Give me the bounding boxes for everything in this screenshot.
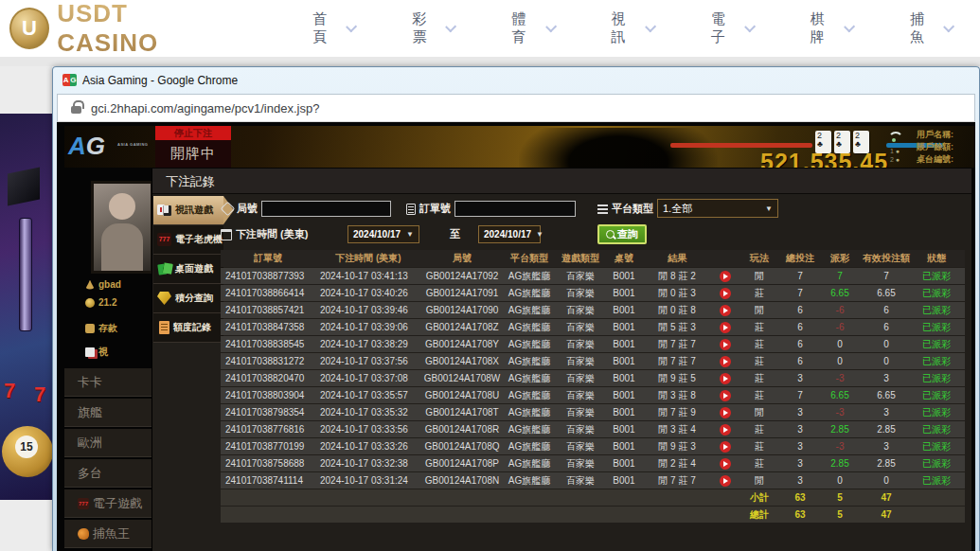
total-cell-method: 總計 xyxy=(739,508,779,522)
promo-banner-image: 7 7 15 xyxy=(0,114,52,500)
vid-cards-icon xyxy=(157,204,171,217)
cell-method: 莊 xyxy=(739,389,779,402)
cell-table: B001 xyxy=(605,407,643,418)
table-row: 2410170388574212024-10-17 03:39:46GB0012… xyxy=(221,302,965,318)
background-stat: 存款 xyxy=(85,322,117,335)
search-button[interactable]: 查詢 xyxy=(597,224,647,244)
play-video-icon[interactable] xyxy=(720,356,731,367)
play-cell xyxy=(711,287,739,298)
date-from-select[interactable]: 2024/10/17 ▼ xyxy=(347,225,419,243)
cell-game: 百家樂 xyxy=(556,423,605,436)
to-label-wrap: 至 xyxy=(446,227,464,241)
cell-status: 已派彩 xyxy=(914,270,959,283)
play-video-icon[interactable] xyxy=(720,390,731,401)
nav-item-home[interactable]: 首頁 xyxy=(312,10,353,46)
nav-item-lottery[interactable]: 彩票 xyxy=(412,10,453,46)
nav-item-fishing[interactable]: 捕魚 xyxy=(910,10,951,46)
slot-777-icon: 777 xyxy=(78,498,89,509)
total-cell-payout: 5 xyxy=(821,509,859,520)
cell-game: 百家樂 xyxy=(556,355,605,368)
background-stat-text: 21.2 xyxy=(98,297,116,308)
play-video-icon[interactable] xyxy=(720,305,731,316)
background-stat-text: gbad xyxy=(98,279,121,290)
play-cell xyxy=(711,474,739,486)
play-cell xyxy=(711,406,739,418)
window-titlebar[interactable]: AG Asia Gaming - Google Chrome xyxy=(57,67,975,94)
nav-item-sports[interactable]: 體育 xyxy=(512,10,553,46)
column-header: 平台類型 xyxy=(503,252,556,265)
cell-status: 已派彩 xyxy=(914,355,959,368)
cell-time: 2024-10-17 03:39:06 xyxy=(315,322,421,332)
order-number-input[interactable] xyxy=(454,201,576,217)
date-to-select[interactable]: 2024/10/17 ▼ xyxy=(478,225,541,243)
cell-method: 莊 xyxy=(739,372,779,385)
play-video-icon[interactable] xyxy=(720,407,731,418)
cell-bet: 6 xyxy=(779,305,821,315)
table-header-row: 訂單號下注時間 (美東)局號平台類型遊戲類型桌號結果玩法總投注派彩有效投注額狀態 xyxy=(221,250,965,267)
platform-type-select[interactable]: 1.全部 ▼ xyxy=(657,199,778,218)
url-text: gci.2hhapi.com/agingame/pcv1/index.jsp? xyxy=(91,101,319,116)
caret-down-icon: ▼ xyxy=(536,230,543,239)
cell-game: 百家樂 xyxy=(556,406,605,419)
cell-status: 已派彩 xyxy=(914,321,959,334)
usdt-casino-logo[interactable]: U USDT CASINO xyxy=(9,0,228,58)
to-label: 至 xyxy=(450,227,460,241)
cell-result: 閒 9 莊 5 xyxy=(643,372,711,385)
column-header: 狀態 xyxy=(914,252,959,265)
sidebar-item-doc[interactable]: 額度記錄 xyxy=(153,313,223,343)
panel-title: 下注記錄 xyxy=(152,169,971,194)
nav-item-chess[interactable]: 棋牌 xyxy=(811,10,851,46)
nav-item-video[interactable]: 視訊 xyxy=(612,10,652,46)
play-video-icon[interactable] xyxy=(720,458,731,470)
date-to-value: 2024/10/17 xyxy=(484,229,531,240)
chevron-down-icon xyxy=(844,21,855,32)
user-info-label: 桌台編號: xyxy=(917,153,975,166)
sidebar-item-vid-cards[interactable]: 視訊遊戲 xyxy=(153,196,223,225)
cell-valid: 0 xyxy=(859,339,914,349)
cell-result: 閒 8 莊 2 xyxy=(643,270,711,283)
cell-order: 241017038820470 xyxy=(221,373,315,383)
play-video-icon[interactable] xyxy=(720,271,731,282)
play-video-icon[interactable] xyxy=(720,339,731,350)
sidebar-item-slot[interactable]: 777電子老虎機 xyxy=(153,225,223,255)
user-info-label: 用戶名稱: xyxy=(917,129,975,141)
cell-game: 百家樂 xyxy=(556,372,605,385)
cell-bet: 7 xyxy=(779,271,821,281)
table-row: 2410170387586882024-10-17 03:32:38GB0012… xyxy=(221,455,965,471)
background-menu-label: 捕魚王 xyxy=(93,525,130,542)
play-video-icon[interactable] xyxy=(720,322,731,333)
table-row: 2410170388773932024-10-17 03:41:13GB0012… xyxy=(221,268,965,284)
chevron-down-icon xyxy=(943,21,954,32)
play-video-icon[interactable] xyxy=(720,373,731,384)
cell-time: 2024-10-17 03:35:32 xyxy=(315,407,421,418)
cell-status: 已派彩 xyxy=(914,474,959,488)
nav-item-slots[interactable]: 電子 xyxy=(711,10,752,46)
dealer-silhouette xyxy=(519,128,718,168)
dealing-label: 開牌中 xyxy=(155,140,231,168)
cell-table: B001 xyxy=(605,305,643,315)
play-video-icon[interactable] xyxy=(720,424,731,435)
cell-status: 已派彩 xyxy=(914,304,959,317)
play-video-icon[interactable] xyxy=(720,288,731,299)
cell-order: 241017038770199 xyxy=(221,441,315,452)
chevron-down-icon xyxy=(446,21,457,32)
slot-lever xyxy=(19,218,32,331)
cell-table: B001 xyxy=(605,373,643,383)
cell-bet: 6 xyxy=(779,339,821,349)
cell-result: 閒 0 莊 8 xyxy=(643,304,711,317)
cell-bet: 6 xyxy=(779,322,821,332)
url-bar[interactable]: gci.2hhapi.com/agingame/pcv1/index.jsp? xyxy=(57,94,975,122)
sidebar-item-green-cards[interactable]: 桌面遊戲 xyxy=(153,255,223,284)
user-info-labels: 用戶名稱:賬戶餘額:桌台編號: xyxy=(917,129,975,166)
play-video-icon[interactable] xyxy=(720,475,731,487)
cell-platform: AG旗艦廳 xyxy=(503,287,556,300)
round-number-input[interactable] xyxy=(261,201,391,217)
total-cell-valid: 47 xyxy=(859,509,914,520)
sidebar-item-gem[interactable]: 積分查詢 xyxy=(153,284,223,313)
bet-time-label: 下注時間 (美東) xyxy=(236,227,308,241)
user-info-label: 賬戶餘額: xyxy=(917,141,975,153)
play-video-icon[interactable] xyxy=(720,441,731,453)
cell-method: 莊 xyxy=(739,440,779,453)
background-menu-label: 多台 xyxy=(78,465,102,482)
cell-valid: 2.85 xyxy=(859,458,914,469)
